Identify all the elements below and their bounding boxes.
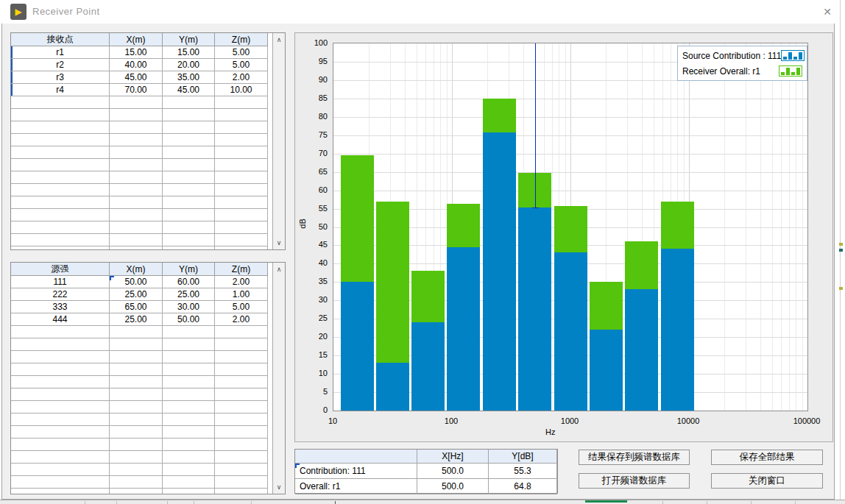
empty-cell[interactable] bbox=[163, 184, 215, 196]
empty-cell[interactable] bbox=[110, 451, 163, 464]
empty-cell[interactable] bbox=[163, 209, 215, 221]
table-cell[interactable]: 60.00 bbox=[163, 276, 215, 288]
table-cell[interactable]: 5.00 bbox=[215, 301, 268, 313]
empty-cell[interactable] bbox=[11, 388, 110, 401]
empty-table-row[interactable] bbox=[11, 121, 272, 134]
empty-table-row[interactable] bbox=[11, 221, 272, 234]
empty-cell[interactable] bbox=[163, 464, 215, 476]
empty-table-row[interactable] bbox=[11, 363, 272, 376]
empty-table-row[interactable] bbox=[11, 439, 272, 451]
empty-cell[interactable] bbox=[110, 209, 163, 221]
empty-table-row[interactable] bbox=[11, 414, 272, 426]
scroll-up-icon[interactable]: ∧ bbox=[273, 263, 285, 275]
empty-cell[interactable] bbox=[215, 489, 268, 494]
table-cell[interactable]: 40.00 bbox=[110, 59, 163, 71]
empty-table-row[interactable] bbox=[11, 476, 272, 489]
empty-cell[interactable] bbox=[11, 451, 110, 464]
empty-cell[interactable] bbox=[11, 464, 110, 476]
empty-table-row[interactable] bbox=[11, 338, 272, 351]
empty-table-row[interactable] bbox=[11, 426, 272, 439]
empty-cell[interactable] bbox=[110, 221, 163, 234]
table-row[interactable]: r345.0035.002.00 bbox=[11, 71, 272, 84]
empty-cell[interactable] bbox=[163, 426, 215, 439]
empty-table-row[interactable] bbox=[11, 326, 272, 338]
empty-cell[interactable] bbox=[110, 401, 163, 414]
empty-table-row[interactable] bbox=[11, 451, 272, 464]
legend-row[interactable]: Source Contribution : 111 bbox=[678, 48, 807, 63]
empty-cell[interactable] bbox=[215, 146, 268, 159]
empty-cell[interactable] bbox=[163, 489, 215, 494]
empty-cell[interactable] bbox=[11, 476, 110, 489]
empty-cell[interactable] bbox=[163, 338, 215, 351]
empty-cell[interactable] bbox=[11, 326, 110, 338]
empty-cell[interactable] bbox=[110, 146, 163, 159]
empty-cell[interactable] bbox=[215, 326, 268, 338]
empty-cell[interactable] bbox=[110, 159, 163, 171]
table-cell[interactable]: 15.00 bbox=[110, 46, 163, 59]
empty-cell[interactable] bbox=[215, 184, 268, 196]
plot-cursor-line[interactable] bbox=[535, 43, 536, 207]
empty-table-row[interactable] bbox=[11, 196, 272, 209]
empty-cell[interactable] bbox=[215, 363, 268, 376]
empty-cell[interactable] bbox=[110, 388, 163, 401]
table-cell[interactable]: 333 bbox=[11, 301, 110, 313]
empty-cell[interactable] bbox=[163, 234, 215, 246]
empty-table-row[interactable] bbox=[11, 351, 272, 363]
table-row[interactable]: r115.0015.005.00 bbox=[11, 46, 272, 59]
empty-table-row[interactable] bbox=[11, 171, 272, 184]
empty-cell[interactable] bbox=[11, 351, 110, 363]
empty-cell[interactable] bbox=[215, 109, 268, 121]
table-cell[interactable]: 50.00 bbox=[163, 313, 215, 326]
empty-cell[interactable] bbox=[110, 338, 163, 351]
empty-cell[interactable] bbox=[110, 351, 163, 363]
table-cell[interactable]: 70.00 bbox=[110, 84, 163, 96]
empty-cell[interactable] bbox=[11, 109, 110, 121]
empty-cell[interactable] bbox=[215, 121, 268, 134]
empty-cell[interactable] bbox=[11, 246, 110, 249]
empty-cell[interactable] bbox=[215, 439, 268, 451]
empty-cell[interactable] bbox=[215, 96, 268, 109]
empty-cell[interactable] bbox=[11, 234, 110, 246]
table-cell[interactable]: 20.00 bbox=[163, 59, 215, 71]
table-cell[interactable]: 2.00 bbox=[215, 71, 268, 84]
empty-cell[interactable] bbox=[163, 414, 215, 426]
table-cell[interactable]: 5.00 bbox=[215, 59, 268, 71]
empty-table-row[interactable] bbox=[11, 134, 272, 146]
empty-cell[interactable] bbox=[215, 159, 268, 171]
empty-cell[interactable] bbox=[11, 221, 110, 234]
empty-cell[interactable] bbox=[110, 184, 163, 196]
table-row[interactable]: 33365.0030.005.00 bbox=[11, 301, 272, 313]
empty-cell[interactable] bbox=[163, 351, 215, 363]
scroll-down-icon[interactable]: ∨ bbox=[273, 237, 285, 249]
empty-cell[interactable] bbox=[215, 376, 268, 388]
empty-cell[interactable] bbox=[11, 376, 110, 388]
scroll-up-icon[interactable]: ∧ bbox=[273, 34, 285, 46]
empty-table-row[interactable] bbox=[11, 159, 272, 171]
empty-cell[interactable] bbox=[163, 376, 215, 388]
empty-table-row[interactable] bbox=[11, 376, 272, 388]
empty-cell[interactable] bbox=[163, 246, 215, 249]
empty-cell[interactable] bbox=[163, 196, 215, 209]
close-window-button[interactable]: 关闭窗口 bbox=[711, 473, 823, 489]
table-cell[interactable]: 45.00 bbox=[163, 84, 215, 96]
table-cell[interactable]: 15.00 bbox=[163, 46, 215, 59]
table-cell[interactable]: 2.00 bbox=[215, 276, 268, 288]
table-cell[interactable]: 222 bbox=[11, 288, 110, 301]
empty-cell[interactable] bbox=[215, 196, 268, 209]
save-all-results-button[interactable]: 保存全部结果 bbox=[711, 450, 823, 465]
table-cell[interactable]: 25.00 bbox=[110, 288, 163, 301]
empty-table-row[interactable] bbox=[11, 246, 272, 249]
empty-cell[interactable] bbox=[163, 476, 215, 489]
table-cell[interactable]: 10.00 bbox=[215, 84, 268, 96]
empty-table-row[interactable] bbox=[11, 489, 272, 494]
empty-cell[interactable] bbox=[163, 171, 215, 184]
legend-row[interactable]: Receiver Overall: r1 bbox=[678, 63, 807, 79]
empty-cell[interactable] bbox=[11, 338, 110, 351]
empty-cell[interactable] bbox=[11, 159, 110, 171]
table-cell[interactable]: 444 bbox=[11, 313, 110, 326]
empty-cell[interactable] bbox=[163, 326, 215, 338]
empty-cell[interactable] bbox=[215, 351, 268, 363]
scroll-down-icon[interactable]: ∨ bbox=[273, 481, 285, 493]
empty-cell[interactable] bbox=[163, 221, 215, 234]
empty-cell[interactable] bbox=[110, 121, 163, 134]
